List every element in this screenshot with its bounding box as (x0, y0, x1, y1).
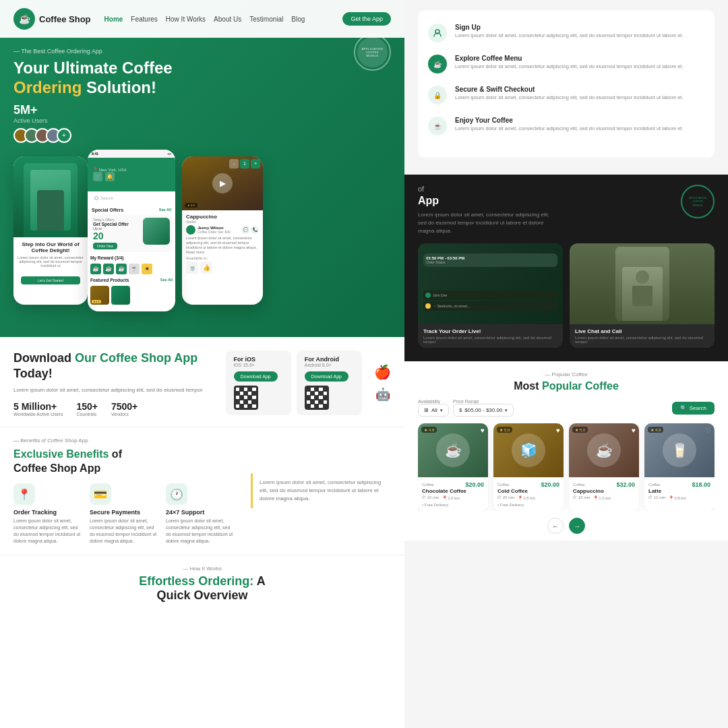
right-panel: Sign Up Lorem ipsum dolor sit amet, cons… (404, 0, 728, 728)
phone-left-title: Step into Our World of Coffee Delight! (18, 241, 84, 253)
coffee-2-body: Coffee $20.00 Cold Coffee ⏱ 20 min 📍 2.5… (493, 477, 564, 511)
popular-eyebrow: — Popular Coffee (418, 371, 715, 377)
how-title-highlight: Effortless Ordering: (139, 574, 253, 588)
special-offers-label: Special Offers See All (88, 205, 175, 214)
benefits-title: Exclusive Benefits of Coffee Shop App (13, 448, 234, 476)
left-panel: ☕ Coffee Shop Home Features How It Works… (0, 0, 404, 728)
benefit-payments: 💳 Secure Payments Lorem ipsum dolor sit … (90, 483, 158, 544)
price-select[interactable]: $ $05.00 - $30.00 ▾ (453, 404, 514, 417)
how-title: Effortless Ordering: A Quick Overview (13, 574, 391, 603)
filter-availability: Availability ⊞ All ▾ (418, 399, 449, 417)
step-enjoy: ☕ Enjoy Your Coffee Lorem ipsum dolor si… (428, 117, 704, 135)
download-title: Download For iOSOur Coffee Shop App Toda… (13, 351, 212, 382)
download-desc: Lorem ipsum dolor sit amet, consectetur … (13, 386, 212, 394)
nav-testimonial[interactable]: Testimonial (249, 16, 283, 23)
avatar-row: + (13, 128, 391, 143)
benefit-tracking-title: Order Tracking (13, 509, 82, 516)
search-button[interactable]: 🔍 Search (672, 402, 715, 415)
coffee-card-3-image: ☕ ★ 5.0 ♥ (569, 423, 639, 477)
phone-mockup-center: 9:41 ▪▪▪ 📍 New York, USA 🛒 🔔 (88, 150, 175, 311)
nav-how[interactable]: How It Works (166, 16, 206, 23)
coffee-1-rating: ★ 4.8 (421, 427, 437, 433)
hero-title-suffix: Solution! (82, 78, 156, 96)
coffee-4-rating: ★ 4.9 (648, 427, 663, 433)
get-app-button[interactable]: Get the App (342, 12, 391, 26)
ios-qr (234, 386, 258, 410)
seller-label: Seller (186, 220, 259, 224)
next-button[interactable]: → (569, 518, 585, 534)
phones-area: Step into Our World of Coffee Delight! L… (0, 150, 404, 325)
coffee-card-4-image: 🥛 ★ 4.9 ♡ (644, 423, 715, 477)
feature-2-text: Live Chat and Call Lorem ipsum dolor sit… (570, 324, 715, 348)
how-it-works-section: — How It Works Effortless Ordering: A Qu… (0, 555, 404, 609)
benefits-section: — — Benefits of Coffee Shop AppBenefits … (0, 427, 404, 555)
features-title: App (418, 195, 681, 207)
feature-phones-row: 03:50 PM - 03:50 PM Order Status John Do… (418, 243, 715, 348)
step-checkout: 🔒 Secure & Swift Checkout Lorem ipsum do… (428, 86, 704, 104)
nav-about[interactable]: About Us (214, 16, 241, 23)
phone-left-image (13, 156, 88, 237)
benefit-payments-title: Secure Payments (90, 509, 158, 516)
search-icon (94, 196, 98, 200)
order-now-button[interactable]: Order Now (93, 243, 117, 249)
phone-green-header: 📍 New York, USA 🛒 🔔 (88, 158, 175, 191)
step-enjoy-content: Enjoy Your Coffee Lorem ipsum dolor sit … (455, 117, 684, 133)
offer-title: Get Special Offer (93, 222, 129, 226)
reward-label: My Reward (3/4) (88, 253, 175, 262)
hero-subtitle: — The Best Coffee Ordering App (13, 48, 391, 55)
availability-select[interactable]: ⊞ All ▾ (418, 404, 449, 417)
coffee-3-heart[interactable]: ♥ (632, 427, 636, 434)
coffee-1-heart[interactable]: ♥ (481, 427, 485, 434)
benefit-payments-desc: Lorem ipsum dolor sit amet, consectetur … (90, 518, 158, 544)
step-explore: ☕ Explore Coffee Menu Lorem ipsum dolor … (428, 55, 704, 73)
phone-right-body: Cappuccino Seller Jenny Wilson Coffee Or… (182, 210, 263, 278)
product-desc: Lorem ipsum dolor sit amet, consectetur … (186, 236, 259, 255)
phone-mockup-left: Step into Our World of Coffee Delight! L… (13, 156, 88, 305)
step-signup-desc: Lorem ipsum dolor sit amet, consectetur … (455, 32, 684, 40)
coffee-1-body: Coffee $20.00 Chocolate Coffee ⏱ 10 min … (418, 477, 488, 511)
features-desc: Lorem ipsum dolor sit amet, consectetur … (418, 211, 553, 235)
apple-icon: 🍎 (374, 364, 391, 380)
ios-download-button[interactable]: Download App (234, 371, 278, 382)
step-explore-content: Explore Coffee Menu Lorem ipsum dolor si… (455, 55, 684, 71)
nav-home[interactable]: Home (104, 16, 123, 23)
step-checkout-title: Secure & Swift Checkout (455, 86, 684, 93)
benefit-tracking-icon: 📍 (13, 483, 35, 505)
avatar-more: + (57, 128, 71, 143)
coffee-2-heart[interactable]: ♥ (556, 427, 560, 434)
prev-button[interactable]: ← (547, 518, 564, 534)
stats-label: Active Users (13, 117, 391, 124)
nav-blog[interactable]: Blog (291, 16, 305, 23)
step-checkout-content: Secure & Swift Checkout Lorem ipsum dolo… (455, 86, 684, 102)
steps-list: Sign Up Lorem ipsum dolor sit amet, cons… (428, 24, 704, 135)
search-bar[interactable]: Search (90, 194, 173, 202)
coffee-3-body: Coffee $32.00 Cappuccino ⏱ 15 min 📍 1.5 … (569, 477, 639, 504)
lets-get-started-button[interactable]: Let's Get Started (21, 276, 80, 284)
download-section: Download For iOSOur Coffee Shop App Toda… (0, 337, 404, 427)
phone-center-signal: ▪▪▪ (168, 152, 171, 156)
popular-title: Most Popular Coffee (418, 380, 715, 392)
android-card: For Android Android 8.0+ Download App (297, 351, 362, 415)
phone-center-time: 9:41 (92, 152, 98, 156)
ios-card: For iOS iOS 15.6+ Download App (226, 351, 291, 415)
step-signup-content: Sign Up Lorem ipsum dolor sit amet, cons… (455, 24, 684, 40)
coffee-card-3: ☕ ★ 5.0 ♥ Coffee $32.00 Cappuccino ⏱ 15 … (569, 423, 639, 511)
step-enjoy-icon: ☕ (428, 117, 447, 135)
hero-title-line1: Your Ultimate Coffee (13, 59, 173, 77)
android-qr (305, 386, 329, 410)
filter-bar: Availability ⊞ All ▾ Price Range $ $05.0… (418, 399, 715, 417)
benefit-support-desc: Lorem ipsum dolor sit amet, consectetur … (166, 518, 234, 544)
nav-features[interactable]: Features (131, 16, 157, 23)
step-explore-desc: Lorem ipsum dolor sit amet, consectetur … (455, 63, 684, 71)
hero-content: — The Best Coffee Ordering App Your Ulti… (0, 38, 404, 143)
feature-1-text: Track Your Order Live! Lorem ipsum dolor… (418, 324, 563, 348)
steps-container: Sign Up Lorem ipsum dolor sit amet, cons… (418, 10, 715, 158)
offer-amount: 20 (93, 231, 129, 241)
phone-mockup-right: ▶ - 1 + ★ 4.0 Cappuccino Seller (182, 156, 263, 305)
featured-label: Featured Products See All (88, 276, 175, 284)
android-download-button[interactable]: Download App (305, 371, 348, 382)
step-enjoy-desc: Lorem ipsum dolor sit amet, consectetur … (455, 125, 684, 133)
step-checkout-desc: Lorem ipsum dolor sit amet, consectetur … (455, 94, 684, 102)
phone-left-desc: Lorem ipsum dolor sit amet, consectetur … (18, 255, 84, 268)
navbar: ☕ Coffee Shop Home Features How It Works… (0, 0, 404, 38)
